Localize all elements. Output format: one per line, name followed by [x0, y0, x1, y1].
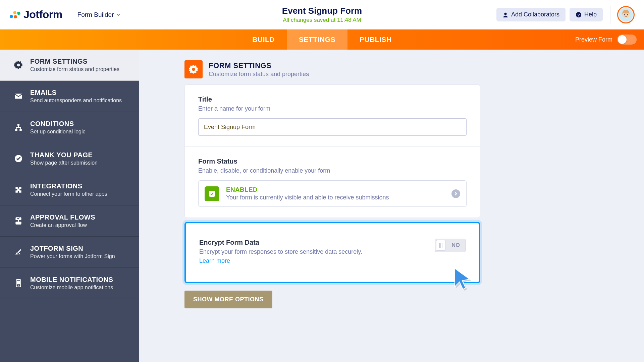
gear-icon — [189, 65, 198, 74]
svg-rect-16 — [15, 222, 21, 225]
sidebar-title: MOBILE NOTIFICATIONS — [30, 276, 113, 284]
header-separator — [70, 10, 70, 20]
sidebar-subtitle: Create an approval flow — [30, 222, 95, 228]
collab-label: Add Collaborators — [511, 11, 559, 18]
sidebar-subtitle: Customize form status and properties — [30, 66, 119, 72]
cursor-icon — [452, 267, 476, 294]
sidebar-subtitle: Power your forms with Jotform Sign — [30, 253, 115, 259]
status-value: ENABLED — [226, 186, 389, 193]
svg-point-11 — [17, 124, 20, 126]
form-title[interactable]: Event Signup Form — [282, 6, 362, 16]
sign-icon — [14, 248, 23, 256]
role-dropdown[interactable]: Form Builder — [77, 11, 121, 18]
chevron-right-icon — [451, 189, 460, 198]
add-collaborators-button[interactable]: Add Collaborators — [496, 8, 566, 21]
save-status: All changes saved at 11:48 AM — [282, 17, 362, 23]
settings-sidebar: FORM SETTINGS Customize form status and … — [0, 50, 139, 362]
encrypt-card: Encrypt Form Data Encrypt your form resp… — [184, 222, 480, 283]
help-label: Help — [584, 11, 597, 18]
svg-point-8 — [624, 14, 625, 15]
sidebar-title: FORM SETTINGS — [30, 58, 119, 65]
sidebar-subtitle: Connect your form to other apps — [30, 191, 107, 197]
svg-rect-13 — [19, 129, 22, 131]
logo-icon — [9, 9, 21, 20]
encrypt-toggle[interactable]: NO — [435, 239, 466, 252]
encrypt-label: Encrypt Form Data — [199, 239, 362, 246]
title-label: Title — [198, 96, 467, 103]
sidebar-title: THANK YOU PAGE — [30, 151, 98, 159]
sidebar-item-approval-flows[interactable]: APPROVAL FLOWS Create an approval flow — [0, 205, 139, 237]
settings-card: Title Enter a name for your form Form St… — [184, 84, 480, 218]
nav-tab-publish[interactable]: PUBLISH — [347, 29, 404, 50]
page-head-icon — [184, 60, 203, 78]
gear-icon — [14, 61, 23, 69]
header-right: Add Collaborators ? Help — [496, 6, 635, 23]
sidebar-subtitle: Show page after submission — [30, 160, 98, 166]
form-status-select[interactable]: ENABLED Your form is currently visible a… — [198, 180, 467, 207]
toggle-handle-icon — [436, 240, 445, 251]
header-center: Event Signup Form All changes saved at 1… — [282, 6, 362, 23]
help-button[interactable]: ? Help — [570, 8, 603, 21]
sidebar-subtitle: Customize mobile app notifications — [30, 285, 113, 291]
title-sublabel: Enter a name for your form — [198, 105, 467, 112]
svg-rect-19 — [17, 281, 20, 284]
body: FORM SETTINGS Customize form status and … — [0, 50, 644, 362]
form-title-input[interactable] — [198, 118, 467, 136]
encrypt-sublabel: Encrypt your form responses to store sen… — [199, 248, 362, 255]
sidebar-title: EMAILS — [30, 89, 122, 97]
show-more-button[interactable]: SHOW MORE OPTIONS — [184, 291, 272, 308]
sidebar-title: INTEGRATIONS — [30, 182, 107, 190]
svg-rect-1 — [13, 11, 16, 14]
preview-toggle[interactable] — [617, 35, 637, 45]
svg-point-4 — [504, 12, 506, 15]
sidebar-title: CONDITIONS — [30, 120, 86, 128]
page-head: FORM SETTINGS Customize form status and … — [184, 60, 644, 78]
sidebar-subtitle: Set up conditional logic — [30, 129, 86, 135]
sidebar-item-integrations[interactable]: INTEGRATIONS Connect your form to other … — [0, 174, 139, 205]
brand-name: Jotform — [23, 8, 62, 21]
enabled-icon — [205, 186, 219, 201]
status-value-sub: Your form is currently visible and able … — [226, 194, 389, 201]
nav-tab-build[interactable]: BUILD — [240, 29, 287, 50]
preview-label: Preview Form — [575, 36, 612, 43]
svg-rect-12 — [15, 129, 17, 131]
nav-right: Preview Form — [575, 35, 637, 45]
check-circle-icon — [14, 154, 23, 163]
sidebar-item-emails[interactable]: EMAILS Send autoresponders and notificat… — [0, 81, 139, 112]
sidebar-title: JOTFORM SIGN — [30, 245, 115, 252]
avatar[interactable] — [617, 6, 635, 23]
mobile-icon — [14, 279, 23, 288]
status-sublabel: Enable, disable, or conditionally enable… — [198, 167, 467, 174]
mail-icon — [14, 92, 23, 101]
sidebar-item-conditions[interactable]: CONDITIONS Set up conditional logic — [0, 112, 139, 143]
status-label: Form Status — [198, 158, 467, 165]
help-icon: ? — [576, 12, 582, 18]
page-subtitle: Customize form status and properties — [209, 71, 309, 78]
avatar-wrap — [610, 6, 635, 23]
sidebar-item-form-settings[interactable]: FORM SETTINGS Customize form status and … — [0, 50, 139, 81]
svg-point-18 — [18, 286, 19, 286]
flow-icon — [14, 123, 23, 132]
avatar-icon — [618, 7, 634, 22]
app-header: Jotform Form Builder Event Signup Form A… — [0, 0, 644, 29]
logo[interactable]: Jotform — [9, 8, 62, 21]
learn-more-link[interactable]: Learn more — [199, 257, 230, 264]
main-content: FORM SETTINGS Customize form status and … — [139, 50, 644, 362]
sidebar-subtitle: Send autoresponders and notifications — [30, 98, 122, 104]
approval-icon — [14, 217, 23, 225]
role-label: Form Builder — [77, 11, 114, 18]
svg-rect-3 — [17, 11, 20, 15]
puzzle-icon — [14, 185, 23, 194]
form-check-icon — [208, 190, 216, 198]
main-nav: BUILD SETTINGS PUBLISH Preview Form — [0, 29, 644, 50]
sidebar-item-thank-you[interactable]: THANK YOU PAGE Show page after submissio… — [0, 143, 139, 174]
sidebar-item-mobile-notifications[interactable]: MOBILE NOTIFICATIONS Customize mobile ap… — [0, 268, 139, 299]
svg-text:?: ? — [577, 12, 580, 17]
nav-tab-settings[interactable]: SETTINGS — [287, 29, 347, 50]
svg-point-9 — [627, 14, 628, 15]
sidebar-item-jotform-sign[interactable]: JOTFORM SIGN Power your forms with Jotfo… — [0, 237, 139, 268]
svg-rect-0 — [10, 14, 13, 18]
toggle-label: NO — [447, 242, 464, 248]
page-title: FORM SETTINGS — [209, 61, 309, 70]
person-icon — [502, 12, 508, 18]
